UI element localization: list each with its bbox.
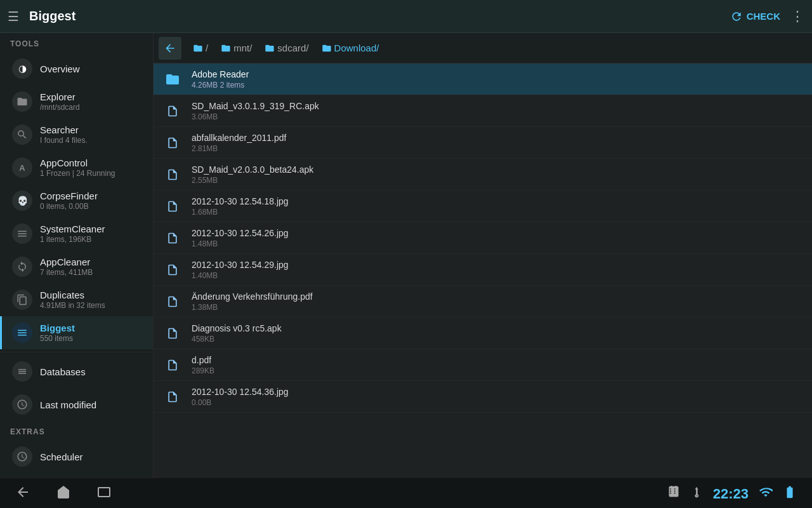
- doc-icon: [161, 354, 184, 377]
- sidebar-item-appcontrol[interactable]: A AppControl 1 Frozen | 24 Running: [0, 151, 153, 184]
- overview-icon: ◑: [12, 58, 32, 79]
- explorer-sub: /mnt/sdcard: [40, 103, 80, 112]
- scheduler-icon: [12, 446, 32, 467]
- sidebar-item-searcher[interactable]: Searcher I found 4 files.: [0, 118, 153, 151]
- file-meta: 1.40MB: [192, 271, 804, 280]
- databases-icon: [12, 361, 32, 382]
- corpsefinder-sub: 0 items, 0.00B: [40, 202, 98, 211]
- main-layout: TOOLS ◑ Overview Explorer /mnt/sdcard Se…: [0, 33, 812, 478]
- check-label: CHECK: [747, 11, 780, 22]
- menu-icon[interactable]: ☰: [8, 9, 19, 24]
- searcher-sub: I found 4 files.: [40, 136, 88, 145]
- lastmodified-icon: [12, 394, 32, 415]
- breadcrumb-download-label: Download/: [334, 43, 379, 53]
- duplicates-sub: 4.91MB in 32 items: [40, 301, 105, 310]
- file-row[interactable]: 2012-10-30 12.54.36.jpg 0.00B: [154, 381, 812, 413]
- breadcrumb-mnt-label: mnt/: [233, 43, 252, 53]
- file-meta: 3.06MB: [192, 112, 804, 121]
- file-name: 2012-10-30 12.54.36.jpg: [192, 387, 804, 397]
- sidebar-item-overview[interactable]: ◑ Overview: [0, 52, 153, 85]
- file-name: 2012-10-30 12.54.18.jpg: [192, 196, 804, 206]
- sidebar: TOOLS ◑ Overview Explorer /mnt/sdcard Se…: [0, 33, 154, 478]
- sidebar-item-duplicates[interactable]: Duplicates 4.91MB in 32 items: [0, 283, 153, 316]
- svg-rect-0: [98, 488, 110, 497]
- file-name: Adobe Reader: [192, 69, 804, 79]
- sidebar-item-scheduler[interactable]: Scheduler: [0, 440, 153, 473]
- recents-nav-button[interactable]: [96, 485, 112, 504]
- lastmodified-label: Last modified: [40, 399, 96, 410]
- content-area: / mnt/ sdcard/ Download/: [154, 33, 812, 478]
- searcher-icon: [12, 124, 32, 145]
- file-row[interactable]: 2012-10-30 12.54.26.jpg 1.48MB: [154, 222, 812, 254]
- breadcrumb: / mnt/ sdcard/ Download/: [154, 33, 812, 64]
- sidebar-item-appcleaner[interactable]: AppCleaner 7 items, 411MB: [0, 250, 153, 283]
- appcontrol-icon: A: [12, 157, 32, 178]
- folder-icon-mnt: [221, 43, 231, 53]
- doc-icon: [161, 290, 184, 313]
- file-row[interactable]: abfallkalender_2011.pdf 2.81MB: [154, 127, 812, 159]
- doc-icon: [161, 163, 184, 186]
- back-button[interactable]: [159, 37, 181, 60]
- breadcrumb-sdcard[interactable]: sdcard/: [259, 40, 313, 56]
- file-name: Diagnosis v0.3 rc5.apk: [192, 323, 804, 333]
- file-meta: 2.81MB: [192, 144, 804, 153]
- doc-icon: [161, 258, 184, 281]
- breadcrumb-root[interactable]: /: [188, 40, 213, 56]
- breadcrumb-mnt[interactable]: mnt/: [216, 40, 257, 56]
- file-row[interactable]: SD_Maid_v2.0.3.0_beta24.apk 2.55MB: [154, 159, 812, 190]
- breadcrumb-sdcard-label: sdcard/: [277, 43, 308, 53]
- file-meta: 1.68MB: [192, 208, 804, 217]
- file-name: SD_Maid_v3.0.1.9_319_RC.apk: [192, 101, 804, 111]
- refresh-icon: [730, 10, 743, 23]
- corpsefinder-label: CorpseFinder: [40, 190, 98, 201]
- sidebar-item-databases[interactable]: Databases: [0, 355, 153, 388]
- wifi-icon: [759, 485, 773, 502]
- file-row[interactable]: Änderung Verkehrsführung.pdf 1.38MB: [154, 286, 812, 318]
- corpsefinder-icon: 💀: [12, 190, 32, 211]
- file-row[interactable]: Adobe Reader 4.26MB 2 items: [154, 64, 812, 95]
- file-meta: 2.55MB: [192, 176, 804, 185]
- biggest-label: Biggest: [40, 323, 75, 333]
- file-row[interactable]: Diagnosis v0.3 rc5.apk 458KB: [154, 318, 812, 349]
- back-nav-button[interactable]: [15, 485, 30, 504]
- battery-icon: [783, 485, 797, 502]
- explorer-icon: [12, 91, 32, 112]
- doc-icon: [161, 131, 184, 154]
- scheduler-label: Scheduler: [40, 451, 83, 462]
- file-row[interactable]: SD_Maid_v3.0.1.9_319_RC.apk 3.06MB: [154, 95, 812, 127]
- usb-icon: [690, 486, 703, 502]
- appcleaner-icon: [12, 257, 32, 277]
- file-row[interactable]: 2012-10-30 12.54.29.jpg 1.40MB: [154, 254, 812, 286]
- databases-label: Databases: [40, 366, 86, 377]
- folder-icon: [161, 68, 184, 91]
- biggest-sub: 550 items: [40, 334, 75, 343]
- overview-label: Overview: [40, 64, 80, 74]
- appcleaner-label: AppCleaner: [40, 257, 93, 267]
- appcleaner-sub: 7 items, 411MB: [40, 268, 93, 277]
- sidebar-item-biggest[interactable]: Biggest 550 items: [0, 316, 153, 349]
- bottom-bar: 22:23: [0, 478, 812, 508]
- overflow-icon[interactable]: ⋮: [790, 8, 804, 25]
- explorer-label: Explorer: [40, 91, 80, 102]
- duplicates-icon: [12, 290, 32, 310]
- file-meta: 1.38MB: [192, 303, 804, 312]
- file-name: d.pdf: [192, 355, 804, 365]
- breadcrumb-download[interactable]: Download/: [317, 40, 384, 56]
- file-name: 2012-10-30 12.54.29.jpg: [192, 260, 804, 270]
- check-button[interactable]: CHECK: [730, 10, 780, 23]
- doc-icon: [161, 385, 184, 408]
- file-name: 2012-10-30 12.54.26.jpg: [192, 228, 804, 238]
- sidebar-item-corpsefinder[interactable]: 💀 CorpseFinder 0 items, 0.00B: [0, 184, 153, 217]
- duplicates-label: Duplicates: [40, 290, 105, 300]
- file-row[interactable]: 2012-10-30 12.54.18.jpg 1.68MB: [154, 190, 812, 222]
- tools-section-header: TOOLS: [0, 33, 153, 52]
- file-name: SD_Maid_v2.0.3.0_beta24.apk: [192, 164, 804, 175]
- sidebar-item-lastmodified[interactable]: Last modified: [0, 388, 153, 421]
- sidebar-item-systemcleaner[interactable]: SystemCleaner 1 items, 196KB: [0, 217, 153, 250]
- breadcrumb-root-label: /: [206, 43, 208, 53]
- file-row[interactable]: d.pdf 289KB: [154, 349, 812, 381]
- sidebar-item-explorer[interactable]: Explorer /mnt/sdcard: [0, 85, 153, 118]
- home-nav-button[interactable]: [56, 485, 71, 504]
- top-bar: ☰ Biggest CHECK ⋮: [0, 0, 812, 33]
- doc-icon: [161, 227, 184, 250]
